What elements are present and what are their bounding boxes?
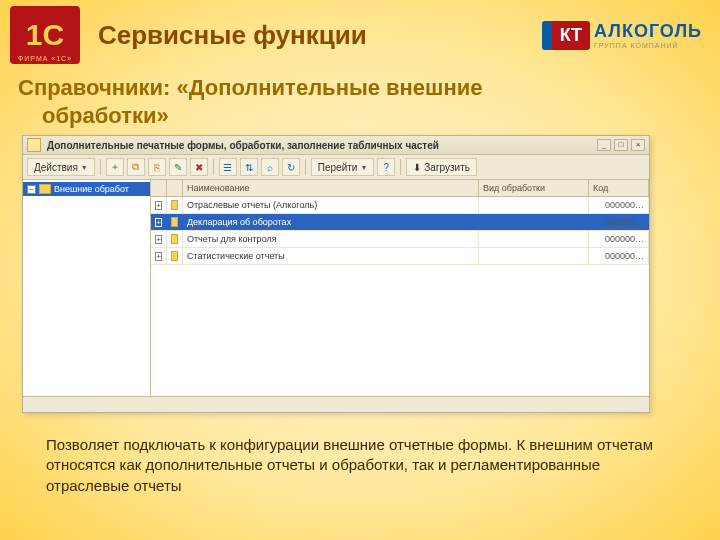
grid-row[interactable]: +Декларация об оборотах000000… xyxy=(151,214,649,231)
subheading-line1: Справочники: «Дополнительные внешние xyxy=(18,75,482,100)
folder-icon xyxy=(171,251,178,261)
grid-rows: +Отраслевые отчеты (Алкоголь)000000…+Дек… xyxy=(151,197,649,396)
goto-menu[interactable]: Перейти ▼ xyxy=(311,158,375,176)
folder-icon xyxy=(39,184,51,194)
load-label: Загрузить xyxy=(424,162,470,173)
window-buttons: _ □ × xyxy=(597,139,645,151)
toolbar-separator xyxy=(100,159,101,175)
minimize-button[interactable]: _ xyxy=(597,139,611,151)
add-button[interactable]: ＋ xyxy=(106,158,124,176)
logo-kt: КТ xyxy=(542,21,590,50)
tree-root-node[interactable]: − Внешние обработ xyxy=(23,182,150,196)
hierarchy-button[interactable]: ☰ xyxy=(219,158,237,176)
toolbar: Действия ▼ ＋ ⧉ ⎘ ✎ ✖ ☰ ⇅ ⌕ ↻ Перейти ▼ xyxy=(23,155,649,180)
row-name: Отчеты для контроля xyxy=(183,231,479,247)
row-icon-cell xyxy=(167,214,183,230)
slide-header: 1C ФИРМА «1С» Сервисные функции КТ АЛКОГ… xyxy=(0,0,720,64)
actions-label: Действия xyxy=(34,162,78,173)
row-kind xyxy=(479,231,589,247)
folder-icon xyxy=(171,234,178,244)
tree-root-label: Внешние обработ xyxy=(54,184,129,194)
slide-title: Сервисные функции xyxy=(98,20,524,51)
app-window: Дополнительные печатные формы, обработки… xyxy=(22,135,650,413)
delete-button[interactable]: ✖ xyxy=(190,158,208,176)
row-icon-cell xyxy=(167,197,183,213)
toolbar-separator xyxy=(400,159,401,175)
grid-row[interactable]: +Статистические отчеты000000… xyxy=(151,248,649,265)
grid-col-icon xyxy=(167,180,183,196)
toolbar-separator xyxy=(305,159,306,175)
maximize-button[interactable]: □ xyxy=(614,139,628,151)
add-group-button[interactable]: ⧉ xyxy=(127,158,145,176)
row-kind xyxy=(479,248,589,264)
row-kind xyxy=(479,214,589,230)
close-button[interactable]: × xyxy=(631,139,645,151)
logo-1c: 1C ФИРМА «1С» xyxy=(10,6,80,64)
logo-alko-sub: ГРУППА КОМПАНИЙ xyxy=(594,42,702,49)
edit-button[interactable]: ✎ xyxy=(169,158,187,176)
statusbar xyxy=(23,396,649,412)
actions-menu[interactable]: Действия ▼ xyxy=(27,158,95,176)
row-code: 000000… xyxy=(589,231,649,247)
grid-col-name[interactable]: Наименование xyxy=(183,180,479,196)
grid-col-kind[interactable]: Вид обработки xyxy=(479,180,589,196)
row-toggle-cell[interactable]: + xyxy=(151,214,167,230)
window-title: Дополнительные печатные формы, обработки… xyxy=(47,140,591,151)
load-button[interactable]: ⬇ Загрузить xyxy=(406,158,477,176)
window-icon xyxy=(27,138,41,152)
grid-row[interactable]: +Отчеты для контроля000000… xyxy=(151,231,649,248)
folder-icon xyxy=(171,200,178,210)
slide-content: Справочники: «Дополнительные внешние обр… xyxy=(0,64,720,496)
row-name: Декларация об оборотах xyxy=(183,214,479,230)
chevron-down-icon: ▼ xyxy=(360,164,367,171)
grid-row[interactable]: +Отраслевые отчеты (Алкоголь)000000… xyxy=(151,197,649,214)
tree-expand-icon[interactable]: − xyxy=(27,185,36,194)
expand-icon: + xyxy=(155,235,162,244)
logo-alko-text: АЛКОГОЛЬ xyxy=(594,21,702,42)
slide-caption: Позволяет подключать к конфигурации внеш… xyxy=(46,435,662,496)
grid-header: Наименование Вид обработки Код xyxy=(151,180,649,197)
tree-panel: − Внешние обработ xyxy=(23,180,151,396)
subheading-line2: обработки» xyxy=(42,102,169,130)
grid-col-toggle xyxy=(151,180,167,196)
logo-alkogol: КТ АЛКОГОЛЬ ГРУППА КОМПАНИЙ xyxy=(542,21,702,50)
window-body: − Внешние обработ Наименование Вид обраб… xyxy=(23,180,649,396)
row-icon-cell xyxy=(167,231,183,247)
find-button[interactable]: ⌕ xyxy=(261,158,279,176)
row-name: Статистические отчеты xyxy=(183,248,479,264)
expand-icon: + xyxy=(155,201,162,210)
slide: 1C ФИРМА «1С» Сервисные функции КТ АЛКОГ… xyxy=(0,0,720,540)
titlebar: Дополнительные печатные формы, обработки… xyxy=(23,136,649,155)
row-code: 000000… xyxy=(589,197,649,213)
row-toggle-cell[interactable]: + xyxy=(151,197,167,213)
row-icon-cell xyxy=(167,248,183,264)
row-toggle-cell[interactable]: + xyxy=(151,248,167,264)
row-code: 000000… xyxy=(589,248,649,264)
move-button[interactable]: ⇅ xyxy=(240,158,258,176)
folder-icon xyxy=(171,217,178,227)
slide-subheading: Справочники: «Дополнительные внешние обр… xyxy=(18,74,690,129)
help-button[interactable]: ? xyxy=(377,158,395,176)
grid-panel: Наименование Вид обработки Код +Отраслев… xyxy=(151,180,649,396)
expand-icon: + xyxy=(155,218,162,227)
row-kind xyxy=(479,197,589,213)
logo-1c-text: 1C xyxy=(26,20,64,50)
row-toggle-cell[interactable]: + xyxy=(151,231,167,247)
copy-button[interactable]: ⎘ xyxy=(148,158,166,176)
refresh-button[interactable]: ↻ xyxy=(282,158,300,176)
chevron-down-icon: ▼ xyxy=(81,164,88,171)
goto-label: Перейти xyxy=(318,162,358,173)
grid-col-code[interactable]: Код xyxy=(589,180,649,196)
logo-1c-sub: ФИРМА «1С» xyxy=(10,55,80,62)
row-code: 000000… xyxy=(589,214,649,230)
expand-icon: + xyxy=(155,252,162,261)
row-name: Отраслевые отчеты (Алкоголь) xyxy=(183,197,479,213)
download-icon: ⬇ xyxy=(413,162,421,173)
toolbar-separator xyxy=(213,159,214,175)
